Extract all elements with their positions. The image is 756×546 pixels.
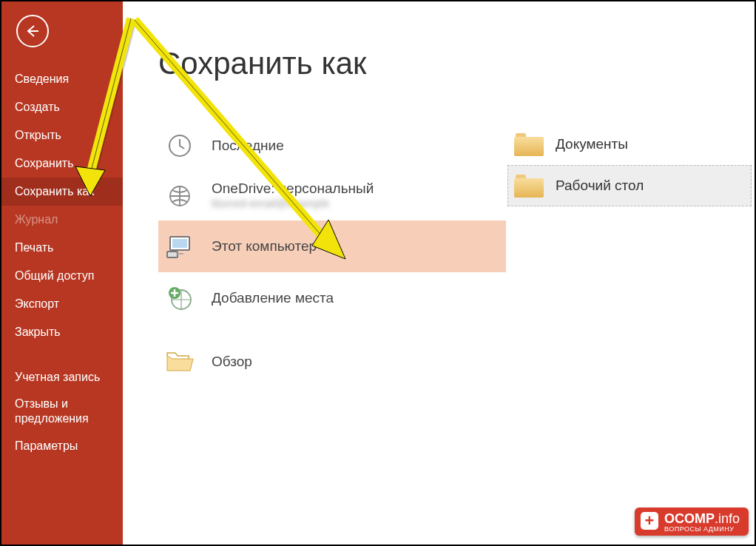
folder-list: Документы Рабочий стол [507,124,752,206]
sidebar-label: Параметры [15,439,78,452]
sidebar-item-share[interactable]: Общий доступ [1,262,123,290]
folder-documents[interactable]: Документы [507,124,752,165]
sidebar-label: Открыть [15,129,61,141]
folder-icon [514,132,544,157]
location-label: Последние [212,138,284,154]
sidebar-item-print[interactable]: Печать [1,234,123,262]
location-add-place[interactable]: Добавление места [158,272,506,324]
sidebar-item-account[interactable]: Учетная запись [1,364,123,391]
globe-icon [164,181,195,212]
clock-icon [164,130,195,161]
main-pane: Сохранить как Последние OneDrive: персон… [123,1,755,545]
folder-icon [514,173,544,198]
sidebar-item-save-as[interactable]: Сохранить как [1,178,123,206]
sidebar-label: Сохранить как [15,185,94,198]
folder-desktop[interactable]: Рабочий стол [507,165,752,206]
folder-label: Рабочий стол [556,178,644,194]
location-label: Этот компьютер [212,238,317,255]
sidebar-label: Общий доступ [15,269,95,282]
sidebar-label: Сведения [15,73,69,85]
location-label: Добавление места [212,290,334,306]
location-label: Обзор [212,354,252,370]
location-label: OneDrive: персональный [212,181,374,197]
sidebar-item-feedback[interactable]: Отзывы и предложения [1,391,123,432]
back-arrow-icon [24,22,41,40]
location-onedrive[interactable]: OneDrive: персональный blurred-email@exa… [158,172,506,220]
sidebar-item-info[interactable]: Сведения [1,65,123,93]
svg-rect-9 [176,253,183,255]
location-browse[interactable]: Обзор [158,336,506,388]
folder-label: Документы [556,136,628,152]
sidebar-label: Печать [15,241,53,254]
badge-sub: ВОПРОСЫ АДМИНУ [664,526,740,533]
add-place-icon [164,283,195,314]
sidebar-label: Учетная запись [15,371,100,383]
sidebar-item-open[interactable]: Открыть [1,121,123,149]
badge-main: OCOMP [664,511,715,526]
page-title: Сохранить как [123,1,755,104]
badge-tld: .info [715,511,740,526]
watermark-badge: OCOMP.info ВОПРОСЫ АДМИНУ [635,508,749,536]
location-this-pc[interactable]: Этот компьютер [158,220,506,272]
sidebar-label: Экспорт [15,297,59,310]
sidebar-item-options[interactable]: Параметры [1,432,123,460]
svg-rect-8 [167,252,178,257]
back-button[interactable] [16,15,49,47]
sidebar-item-export[interactable]: Экспорт [1,290,123,318]
sidebar-label: Закрыть [15,326,61,338]
sidebar-label: Сохранить [15,157,74,169]
location-recent[interactable]: Последние [158,120,506,172]
backstage-sidebar: Сведения Создать Открыть Сохранить Сохра… [1,1,123,545]
sidebar-item-history: Журнал [1,206,123,234]
svg-rect-7 [172,239,187,248]
sidebar-label: Создать [15,101,60,113]
folder-open-icon [164,346,195,377]
sidebar-item-close[interactable]: Закрыть [1,318,123,346]
onedrive-account: blurred-email@example [212,197,374,209]
sidebar-item-new[interactable]: Создать [1,93,123,121]
computer-icon [164,231,195,262]
sidebar-label: Журнал [15,213,58,226]
sidebar-item-save[interactable]: Сохранить [1,149,123,178]
sidebar-label: Отзывы и предложения [15,397,89,425]
save-locations-list: Последние OneDrive: персональный blurred… [158,120,506,388]
